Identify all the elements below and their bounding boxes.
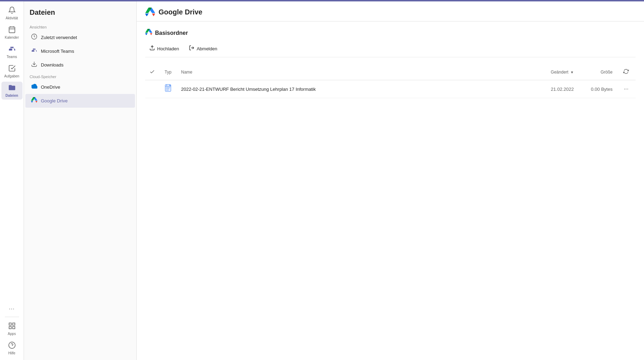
onedrive-icon xyxy=(31,83,37,91)
sidebar-item-onedrive[interactable]: OneDrive xyxy=(25,80,135,94)
row-type xyxy=(159,80,177,98)
activity-icon xyxy=(8,6,16,15)
row-modified: 21.02.2022 xyxy=(529,80,578,98)
calendar-icon xyxy=(8,26,16,35)
sidebar-item-label-onedrive: OneDrive xyxy=(41,84,129,90)
googledrive-header-icon xyxy=(145,7,155,17)
row-actions[interactable]: ··· xyxy=(617,80,636,98)
top-accent-bar xyxy=(0,0,644,1)
more-icon: ··· xyxy=(9,306,14,312)
main-content: Google Drive Basisordner xyxy=(137,1,644,360)
nav-item-files[interactable]: Dateien xyxy=(1,82,23,100)
nav-label-tasks: Aufgaben xyxy=(4,74,19,78)
teams-sidebar-icon xyxy=(31,47,37,55)
download-icon xyxy=(31,61,37,69)
toolbar: Hochladen Abmelden xyxy=(145,43,636,57)
row-more-button[interactable]: ··· xyxy=(621,84,631,94)
sidebar-item-teams[interactable]: Microsoft Teams xyxy=(25,44,135,58)
main-header: Google Drive xyxy=(137,1,644,21)
nav-label-files: Dateien xyxy=(5,94,18,97)
folder-header-icon xyxy=(145,29,152,37)
googledrive-sidebar-icon xyxy=(31,97,37,105)
file-table: Typ Name Geändert ▼ Größe xyxy=(145,64,636,98)
main-header-title: Google Drive xyxy=(159,8,202,16)
signout-button[interactable]: Abmelden xyxy=(185,43,222,54)
nav-item-calendar[interactable]: Kalender xyxy=(1,24,23,42)
doc-file-icon xyxy=(164,85,172,94)
sidebar-item-downloads[interactable]: Downloads xyxy=(25,58,135,72)
nav-item-activity[interactable]: Aktivität xyxy=(1,4,23,22)
sort-arrow-icon: ▼ xyxy=(570,70,574,74)
col-header-modified[interactable]: Geändert ▼ xyxy=(529,64,578,80)
svg-rect-5 xyxy=(12,323,14,325)
nav-item-help[interactable]: Hilfe xyxy=(1,339,23,357)
svg-rect-4 xyxy=(9,323,11,325)
nav-rail: Aktivität Kalender Teams xyxy=(0,1,24,360)
recent-icon xyxy=(31,33,37,42)
nav-label-teams: Teams xyxy=(7,55,17,59)
nav-label-calendar: Kalender xyxy=(5,36,19,39)
row-filename[interactable]: 2022-02-21-ENTWURF Bericht Umsetzung Leh… xyxy=(177,80,529,98)
apps-icon xyxy=(8,322,16,331)
upload-button[interactable]: Hochladen xyxy=(145,43,183,54)
sidebar-item-googledrive[interactable]: Google Drive ··· xyxy=(25,94,135,108)
sidebar-item-recent[interactable]: Zuletzt verwendet xyxy=(25,31,135,44)
svg-point-8 xyxy=(8,342,15,348)
upload-icon xyxy=(149,45,155,52)
svg-rect-0 xyxy=(9,27,15,33)
sidebar: Dateien Ansichten Zuletzt verwendet Micr… xyxy=(24,1,137,360)
refresh-button[interactable] xyxy=(622,67,630,77)
col-header-name: Name xyxy=(177,64,529,80)
svg-rect-15 xyxy=(166,87,170,88)
views-section-label: Ansichten xyxy=(24,22,136,31)
nav-item-apps[interactable]: Apps xyxy=(1,320,23,338)
teams-nav-icon xyxy=(8,45,16,54)
nav-label-help: Hilfe xyxy=(8,351,15,355)
sidebar-item-label-recent: Zuletzt verwendet xyxy=(41,35,129,40)
folder-name: Basisordner xyxy=(155,30,188,36)
sidebar-item-label-teams: Microsoft Teams xyxy=(41,49,129,54)
svg-rect-6 xyxy=(9,327,11,329)
nav-item-more[interactable]: ··· xyxy=(1,304,23,314)
col-header-actions xyxy=(617,64,636,80)
nav-label-activity: Aktivität xyxy=(6,16,18,20)
svg-rect-17 xyxy=(166,90,169,90)
signout-label: Abmelden xyxy=(197,46,217,51)
nav-item-tasks[interactable]: Aufgaben xyxy=(1,62,23,80)
table-row[interactable]: 2022-02-21-ENTWURF Bericht Umsetzung Leh… xyxy=(145,80,636,98)
help-icon xyxy=(8,341,16,350)
svg-rect-16 xyxy=(166,88,169,89)
sidebar-item-label-downloads: Downloads xyxy=(41,62,129,68)
row-size: 0.00 Bytes xyxy=(578,80,617,98)
files-nav-icon xyxy=(8,84,16,93)
nav-item-teams[interactable]: Teams xyxy=(1,43,23,61)
folder-header: Basisordner xyxy=(145,29,636,37)
cloud-section-label: Cloud-Speicher xyxy=(24,72,136,80)
svg-rect-7 xyxy=(12,327,14,329)
content-area: Basisordner Hochladen xyxy=(137,21,644,360)
nav-label-apps: Apps xyxy=(8,332,16,336)
sidebar-title: Dateien xyxy=(24,7,136,22)
upload-label: Hochladen xyxy=(157,46,179,51)
col-header-check xyxy=(145,64,159,80)
nav-divider xyxy=(5,317,19,317)
signout-icon xyxy=(189,45,194,52)
tasks-icon xyxy=(8,64,16,74)
sidebar-item-label-googledrive: Google Drive xyxy=(41,98,129,103)
col-header-type: Typ xyxy=(159,64,177,80)
row-check[interactable] xyxy=(145,80,159,98)
col-header-size: Größe xyxy=(578,64,617,80)
